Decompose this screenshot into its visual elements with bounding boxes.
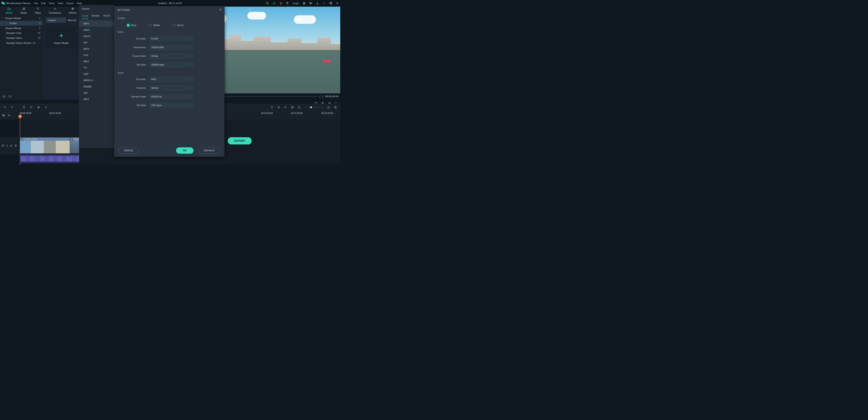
tab-media[interactable]: Media [2,6,17,16]
audio-samplerate-label: Sample Rate: [118,95,147,98]
format-mkv[interactable]: MKV [79,58,115,64]
audio-channel-dropdown[interactable]: Stereo [149,85,194,91]
crop-icon[interactable] [291,106,294,109]
window-maximize-icon[interactable] [329,2,332,5]
cancel-button[interactable]: CANCEL [119,147,139,154]
svg-rect-6 [304,3,305,4]
import-media-label: Import Media [54,41,69,44]
sidebar-item-shared-media[interactable]: Shared Media0 [0,26,42,31]
import-dropdown[interactable]: Import [46,18,66,23]
plus-icon: + [59,31,64,40]
zoom-fit-icon[interactable] [334,106,337,109]
format-3gp[interactable]: 3GP [79,71,115,77]
format-ts[interactable]: TS [79,64,115,71]
eye-icon[interactable] [14,144,17,147]
format-gif[interactable]: GIF [79,90,115,96]
menu-edit[interactable]: Edit [41,2,45,5]
zoom-out-icon[interactable] [298,106,301,109]
format-f4v[interactable]: F4V [79,52,115,58]
record-button[interactable]: Record [68,19,76,22]
format-mpeg2[interactable]: MPEG-2 [79,77,115,83]
ok-button[interactable]: OK [176,147,193,154]
match-cut-icon[interactable] [2,114,5,117]
video-encoder-dropdown[interactable]: H.264 [149,36,194,41]
audio-bitrate-dropdown[interactable]: 192 kbps [149,102,194,108]
delete-titlebar-icon[interactable] [286,2,289,5]
export-close-icon[interactable] [248,8,252,11]
format-mp4[interactable]: MP4 [79,21,115,27]
tab-effects[interactable]: Effects [65,6,81,16]
default-button[interactable]: DEFAULT [198,147,220,154]
adjust-icon[interactable] [37,106,40,109]
split-icon[interactable] [30,106,33,109]
format-avi[interactable]: AVI [79,39,115,46]
import-media-card[interactable]: + Import Media [46,27,76,49]
download-icon[interactable] [316,2,319,5]
export-tab-youtube[interactable]: YouTu [103,14,110,19]
video-track-header[interactable]: 1 [0,137,19,154]
quality-best[interactable]: ✓Best [127,24,136,27]
audio-mix-icon[interactable] [284,106,287,109]
document-title: Untitled : 00:11:10:07 [158,2,182,5]
support-icon[interactable] [273,2,275,5]
timeline-clip[interactable]: London in 4K [20,138,70,153]
redo-icon[interactable] [11,106,13,109]
new-folder-plus-icon[interactable] [3,95,5,97]
mark-out-icon[interactable]: } [322,95,323,98]
video-resolution-dropdown[interactable]: 1920x1080 [149,44,194,50]
zoom-in-icon[interactable] [327,106,330,109]
cart-icon[interactable] [279,2,282,5]
mark-in-icon[interactable]: { [319,95,320,98]
format-mov[interactable]: MOV [79,46,115,52]
format-mp3[interactable]: MP3 [79,96,115,102]
link-icon[interactable] [7,114,10,117]
timeline-audio-clip[interactable] [20,154,79,163]
audio-encoder-dropdown[interactable]: AAC [149,77,194,82]
sidebar-item-project-media[interactable]: Project Media3 [0,16,42,21]
format-hevc[interactable]: HEVC [79,33,115,39]
format-wmv[interactable]: WMV [79,27,115,33]
video-framerate-dropdown[interactable]: 25 fps [149,53,194,59]
window-minimize-icon[interactable] [322,2,325,5]
svg-rect-30 [336,107,336,108]
sidebar-item-sample-green-screen[interactable]: Sample Green Screen10 [0,40,42,46]
audio-wave-icon[interactable] [44,106,47,109]
menu-bar: File Edit Tools View Export Help [34,2,82,5]
audio-samplerate-dropdown[interactable]: 44100 Hz [149,94,194,100]
delete-icon[interactable] [23,106,25,109]
timeline-clip[interactable]: Paris [70,138,79,153]
undo-icon[interactable] [3,106,6,109]
sidebar-item-folder[interactable]: Folder3 [0,21,42,26]
tab-audio[interactable]: Audio [17,6,31,16]
message-icon[interactable] [309,2,312,5]
lock-icon[interactable] [10,144,12,147]
save-icon[interactable] [303,2,306,5]
svg-rect-2 [275,3,275,4]
tips-icon[interactable] [266,2,269,5]
marker-tool-icon[interactable] [271,106,273,109]
sidebar-item-sample-video[interactable]: Sample Video20 [0,36,42,40]
open-folder-icon[interactable] [8,95,11,97]
menu-export[interactable]: Export [66,2,73,5]
zoom-slider[interactable] [305,107,323,108]
tab-transitions[interactable]: Transitions [45,6,65,16]
mic-icon[interactable] [277,106,280,109]
menu-tools[interactable]: Tools [49,2,55,5]
audio-encoder-label: Encoder: [118,78,147,81]
quality-good[interactable]: Good [173,24,183,27]
video-bitrate-dropdown[interactable]: 10000 kbps [149,62,194,67]
sidebar-item-sample-color[interactable]: Sample Color25 [0,31,42,36]
export-submit-button[interactable]: EXPORT [228,137,252,144]
menu-view[interactable]: View [58,2,63,5]
window-close-icon[interactable] [336,2,339,5]
menu-file[interactable]: File [34,2,38,5]
menu-help[interactable]: Help [76,2,82,5]
settings-close-icon[interactable] [219,8,222,12]
export-tab-device[interactable]: Device [92,14,99,19]
svg-rect-24 [278,106,279,108]
login-link[interactable]: LogIn [292,2,299,5]
export-tab-local[interactable]: Local [82,14,88,19]
tab-titles[interactable]: Titles [31,6,45,16]
quality-better[interactable]: Better [149,24,160,27]
format-webm[interactable]: WEBM [79,83,115,90]
